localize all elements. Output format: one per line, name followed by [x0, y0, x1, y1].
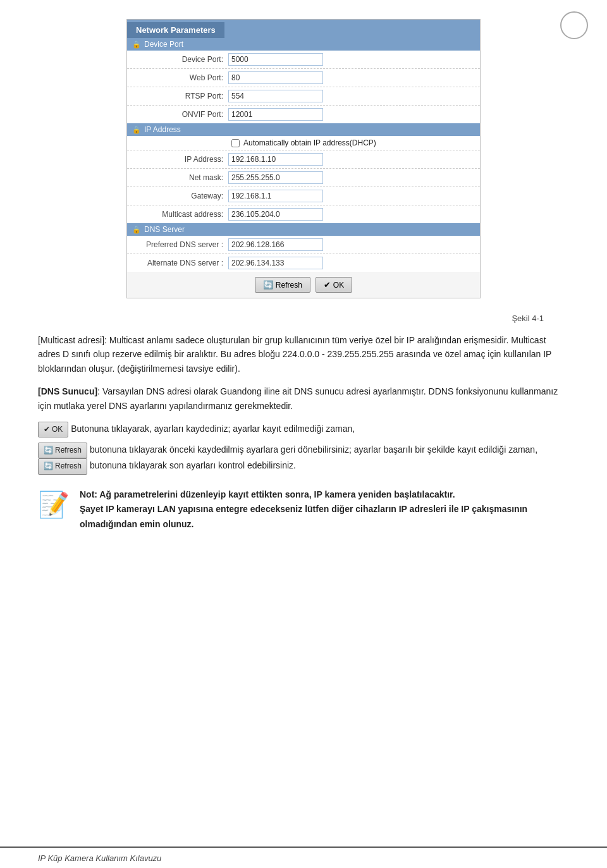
web-port-input[interactable]: [228, 71, 323, 84]
multicast-row: Multicast address:: [127, 205, 480, 223]
footer-text: IP Küp Kamera Kullanım Kılavuzu: [38, 853, 161, 863]
multicast-input[interactable]: [228, 208, 323, 221]
note-icon: 📝: [38, 490, 70, 520]
ip-address-label: IP Address:: [127, 155, 228, 164]
ip-address-row: IP Address:: [127, 150, 480, 169]
ip-address-section: 🔒 IP Address Automatically obtain IP add…: [127, 123, 480, 223]
device-port-header: 🔒 Device Port: [127, 38, 480, 51]
preferred-dns-row: Preferred DNS server :: [127, 236, 480, 254]
dhcp-checkbox[interactable]: [231, 139, 240, 147]
ip-address-header: 🔒 IP Address: [127, 123, 480, 136]
refresh-button-inline-1[interactable]: 🔄 Refresh: [38, 443, 87, 458]
dns-server-section: 🔒 DNS Server Preferred DNS server : Alte…: [127, 223, 480, 272]
gateway-input[interactable]: [228, 190, 323, 202]
refresh-icon-inline-2: 🔄: [44, 460, 53, 472]
refresh-button-desc-post: butonuna tıklayarak son ayarları kontrol…: [90, 461, 296, 471]
refresh-button-panel[interactable]: 🔄 Refresh: [255, 277, 310, 293]
preferred-dns-label: Preferred DNS server :: [127, 240, 228, 249]
alternate-dns-label: Alternate DNS server :: [127, 259, 228, 267]
refresh-button-inline-2[interactable]: 🔄 Refresh: [38, 458, 87, 474]
multicast-paragraph: [Multicast adresi]: Multicast anlamı sad…: [38, 333, 569, 376]
checkmark-icon-panel: ✔: [324, 280, 331, 290]
ok-button-panel[interactable]: ✔ OK: [316, 277, 352, 293]
page-footer: IP Küp Kamera Kullanım Kılavuzu: [0, 847, 607, 868]
note-strong-2: Şayet IP kamerayı LAN yapısına entegre e…: [80, 504, 527, 529]
preferred-dns-input[interactable]: [228, 238, 323, 251]
ok-button-desc: ✔ OK Butonuna tıklayarak, ayarları kayde…: [38, 422, 569, 437]
refresh-button-desc-text: butonuna tıklayarak önceki kaydedilmiş a…: [90, 444, 537, 455]
netmask-input[interactable]: [228, 171, 323, 184]
note-text-block: Not: Ağ parametrelerini düzenleyip kayıt…: [80, 487, 569, 532]
dhcp-checkbox-row: Automatically obtain IP address(DHCP): [127, 136, 480, 150]
onvif-port-label: ONVIF Port:: [127, 110, 228, 119]
netmask-row: Net mask:: [127, 169, 480, 187]
lock-icon-2: 🔒: [132, 126, 141, 134]
onvif-port-input[interactable]: [228, 108, 323, 121]
checkmark-icon-inline: ✔: [44, 424, 50, 436]
dhcp-label: Automatically obtain IP address(DHCP): [243, 138, 376, 147]
button-descriptions: ✔ OK Butonuna tıklayarak, ayarları kayde…: [38, 422, 569, 475]
panel-buttons: 🔄 Refresh ✔ OK: [127, 272, 480, 298]
refresh-icon-inline-1: 🔄: [44, 444, 53, 456]
page-container: Network Parameters 🔒 Device Port Device …: [0, 0, 607, 868]
rtsp-port-input[interactable]: [228, 90, 323, 102]
gateway-label: Gateway:: [127, 192, 228, 200]
refresh-button-desc: 🔄 Refresh butonuna tıklayarak önceki kay…: [38, 443, 569, 474]
note-text-1: Not: Ağ parametrelerini düzenleyip kayıt…: [80, 487, 569, 503]
device-port-section: 🔒 Device Port Device Port: Web Port: RTS…: [127, 38, 480, 123]
alternate-dns-row: Alternate DNS server :: [127, 254, 480, 272]
panel-title: Network Parameters: [127, 22, 224, 38]
device-port-label: Device Port:: [127, 55, 228, 64]
web-port-label: Web Port:: [127, 73, 228, 82]
note-section: 📝 Not: Ağ parametrelerini düzenleyip kay…: [38, 487, 569, 532]
content-paragraph-1: [Multicast adresi]: Multicast anlamı sad…: [38, 333, 569, 376]
alternate-dns-input[interactable]: [228, 257, 323, 269]
multicast-label: Multicast address:: [127, 210, 228, 219]
note-text-2: Şayet IP kamerayı LAN yapısına entegre e…: [80, 502, 569, 532]
gateway-row: Gateway:: [127, 187, 480, 205]
ok-button-inline[interactable]: ✔ OK: [38, 422, 68, 437]
device-port-row: Device Port:: [127, 51, 480, 69]
netmask-label: Net mask:: [127, 173, 228, 182]
panel-top: Network Parameters: [127, 20, 480, 38]
dns-paragraph: [DNS Sunucu]: Varsayılan DNS adresi olar…: [38, 384, 569, 413]
web-port-row: Web Port:: [127, 69, 480, 87]
network-parameters-panel: Network Parameters 🔒 Device Port Device …: [126, 19, 481, 298]
onvif-port-row: ONVIF Port:: [127, 106, 480, 123]
note-strong-1: Not: Ağ parametrelerini düzenleyip kayıt…: [80, 489, 455, 499]
dns-label-bold: [DNS Sunucu]: [38, 386, 97, 396]
refresh-icon-panel: 🔄: [263, 280, 273, 290]
dns-server-header: 🔒 DNS Server: [127, 223, 480, 236]
ip-address-input[interactable]: [228, 153, 323, 166]
rtsp-port-label: RTSP Port:: [127, 92, 228, 101]
content-paragraph-2: [DNS Sunucu]: Varsayılan DNS adresi olar…: [38, 384, 569, 413]
device-port-input[interactable]: [228, 53, 323, 66]
figure-label: Şekil 4-1: [38, 314, 569, 323]
lock-icon-3: 🔒: [132, 226, 141, 234]
lock-icon: 🔒: [132, 40, 141, 49]
dns-paragraph-text: : Varsayılan DNS adresi olarak Guandong …: [38, 386, 558, 410]
rtsp-port-row: RTSP Port:: [127, 87, 480, 106]
top-circle-decoration: [560, 11, 588, 39]
